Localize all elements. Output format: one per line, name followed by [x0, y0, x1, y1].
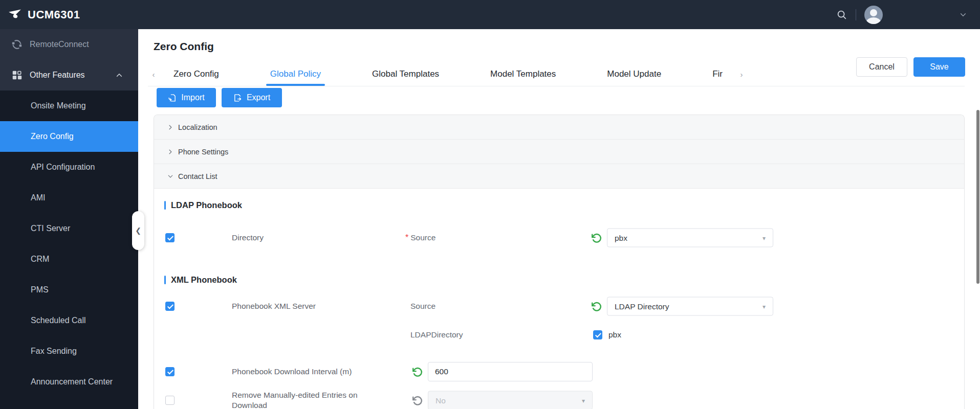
- page-title: Zero Config: [154, 40, 214, 53]
- topbar-divider: [856, 9, 856, 20]
- import-label: Import: [181, 93, 204, 102]
- chevron-right-icon: [167, 124, 173, 130]
- section-contact-list[interactable]: Contact List: [154, 164, 964, 189]
- tab-zero-config[interactable]: Zero Config: [173, 62, 219, 86]
- grandstream-logo-icon: [7, 7, 23, 22]
- tab-model-templates[interactable]: Model Templates: [490, 62, 556, 86]
- remove-manual-entries-label: Remove Manually-edited Entries on Downlo…: [232, 390, 370, 409]
- tab-bar: ‹ Zero Config Global Policy Global Templ…: [148, 62, 965, 86]
- contact-list-content: LDAP Phonebook Directory *Source pbx ▾: [154, 189, 964, 409]
- group-title: XML Phonebook: [171, 275, 237, 285]
- section-label: Contact List: [178, 172, 217, 180]
- download-interval-input[interactable]: [428, 362, 593, 381]
- sidebar-item-other-features[interactable]: Other Features: [0, 60, 138, 90]
- phonebook-xml-server-checkbox[interactable]: [165, 302, 175, 311]
- settings-panel: Localization Phone Settings Contact List…: [154, 115, 965, 409]
- sidebar-item-fax-sending[interactable]: Fax Sending: [0, 336, 138, 367]
- app-logo: UCM6301: [7, 7, 80, 22]
- sidebar-item-scheduled-call[interactable]: Scheduled Call: [0, 305, 138, 336]
- remove-manual-entries-select: No ▾: [428, 391, 593, 409]
- sidebar-item-announcement-center[interactable]: Announcement Center: [0, 367, 138, 397]
- group-xml-phonebook: XML Phonebook: [164, 275, 964, 285]
- sidebar-item-pms[interactable]: PMS: [0, 275, 138, 305]
- remove-manual-entries-checkbox[interactable]: [165, 396, 175, 405]
- topbar: UCM6301: [0, 0, 980, 29]
- import-button[interactable]: Import: [157, 88, 216, 107]
- group-accent-bar: [164, 201, 166, 210]
- sidebar: RemoteConnect Other Features Onsite Meet…: [0, 29, 138, 409]
- section-label: Phone Settings: [178, 148, 228, 156]
- search-icon[interactable]: [836, 9, 847, 20]
- chevron-down-icon: ▾: [582, 397, 585, 404]
- section-label: Localization: [178, 123, 217, 131]
- sidebar-item-label: Other Features: [30, 71, 85, 80]
- row-phonebook-xml-server: Phonebook XML Server Source LDAP Directo…: [154, 292, 964, 321]
- required-asterisk: *: [405, 233, 408, 242]
- reset-icon-disabled: [411, 395, 423, 406]
- export-label: Export: [247, 93, 270, 102]
- export-button[interactable]: Export: [222, 88, 282, 107]
- source-select-value: pbx: [615, 233, 763, 242]
- chevron-down-icon: [167, 173, 173, 179]
- sidebar-item-onsite-meeting[interactable]: Onsite Meeting: [0, 90, 138, 121]
- reset-icon[interactable]: [591, 232, 602, 243]
- chevron-left-icon: ❮: [135, 226, 141, 235]
- row-remove-manual-entries: Remove Manually-edited Entries on Downlo…: [154, 387, 964, 409]
- row-directory: Directory *Source pbx ▾: [154, 223, 964, 252]
- xml-source-select-value: LDAP Directory: [615, 302, 763, 311]
- chevron-down-icon: ▾: [763, 303, 766, 310]
- row-ldap-directory: LDAPDirectory pbx: [154, 325, 964, 345]
- section-localization[interactable]: Localization: [154, 115, 964, 140]
- chevron-right-icon: [167, 149, 173, 155]
- main-content: Zero Config Cancel Save ‹ Zero Config Gl…: [138, 29, 980, 409]
- row-download-interval: Phonebook Download Interval (m): [154, 359, 964, 384]
- directory-checkbox[interactable]: [165, 233, 175, 242]
- grid-icon: [11, 70, 23, 81]
- scrollbar-thumb[interactable]: [976, 110, 979, 284]
- user-avatar[interactable]: [864, 6, 883, 24]
- ldap-directory-label: LDAPDirectory: [410, 330, 463, 339]
- section-phone-settings[interactable]: Phone Settings: [154, 140, 964, 164]
- ldap-directory-pbx-checkbox[interactable]: [593, 330, 602, 339]
- tabs-scroll-left[interactable]: ‹: [148, 70, 159, 79]
- source-field-label: Source: [410, 302, 435, 311]
- group-title: LDAP Phonebook: [171, 200, 242, 210]
- group-ldap-phonebook: LDAP Phonebook: [164, 200, 964, 210]
- app-title: UCM6301: [28, 8, 80, 21]
- phonebook-xml-server-label: Phonebook XML Server: [232, 302, 316, 311]
- sidebar-item-zero-config[interactable]: Zero Config: [0, 121, 138, 152]
- chevron-down-icon: ▾: [763, 234, 766, 241]
- sidebar-collapse-handle[interactable]: ❮: [132, 211, 144, 250]
- sidebar-item-label: RemoteConnect: [30, 40, 89, 49]
- sidebar-item-crm[interactable]: CRM: [0, 244, 138, 275]
- source-select[interactable]: pbx ▾: [607, 229, 773, 247]
- sidebar-submenu: Onsite Meeting Zero Config API Configura…: [0, 90, 138, 409]
- tabs-scroll-right[interactable]: ›: [736, 70, 747, 79]
- sidebar-item-api-configuration[interactable]: API Configuration: [0, 152, 138, 183]
- download-interval-label: Phonebook Download Interval (m): [232, 367, 352, 376]
- reset-icon[interactable]: [411, 366, 423, 377]
- tab-firmware-truncated[interactable]: Fir: [712, 62, 723, 86]
- chevron-down-icon[interactable]: [960, 11, 967, 18]
- tab-global-templates[interactable]: Global Templates: [372, 62, 439, 86]
- remoteconnect-icon: [11, 39, 23, 50]
- directory-label: Directory: [232, 233, 264, 242]
- tab-global-policy[interactable]: Global Policy: [270, 62, 321, 86]
- chevron-up-icon: [116, 72, 123, 79]
- tab-model-update[interactable]: Model Update: [607, 62, 661, 86]
- export-icon: [233, 94, 242, 102]
- group-accent-bar: [164, 276, 166, 284]
- xml-source-select[interactable]: LDAP Directory ▾: [607, 297, 773, 316]
- ldap-directory-pbx-label: pbx: [608, 330, 621, 339]
- sidebar-item-remoteconnect[interactable]: RemoteConnect: [0, 29, 138, 60]
- sidebar-item-cti-server[interactable]: CTI Server: [0, 213, 138, 244]
- remove-manual-entries-value: No: [435, 396, 582, 405]
- import-icon: [168, 94, 177, 102]
- reset-icon[interactable]: [591, 301, 602, 312]
- sidebar-item-ami[interactable]: AMI: [0, 183, 138, 213]
- download-interval-checkbox[interactable]: [165, 367, 175, 376]
- source-field-label: *Source: [405, 233, 435, 242]
